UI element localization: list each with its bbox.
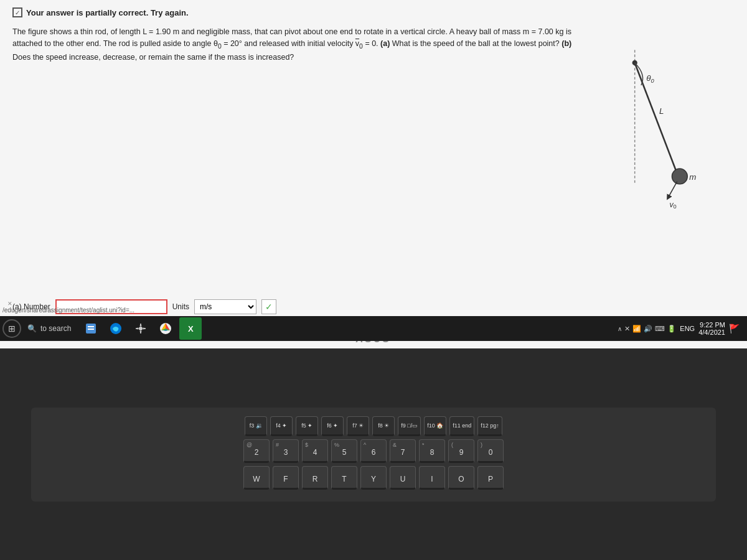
key-9[interactable]: (9 — [448, 439, 474, 463]
notification-icon: ✕ — [624, 325, 630, 333]
keyboard-bezel: f3 🔉 f4 ✦ f5 ✦ f6 ✦ f7 ☀ f8 ☀ f9 □/▭ f10… — [31, 408, 716, 502]
url-bar: /edugen/shared/assignment/test/aglist.un… — [0, 304, 374, 316]
clock-time: 9:22 PM — [698, 321, 725, 329]
svg-text:m: m — [689, 172, 696, 182]
keyboard-area: f3 🔉 f4 ✦ f5 ✦ f6 ✦ f7 ☀ f8 ☀ f9 □/▭ f10… — [0, 348, 747, 560]
key-f6[interactable]: f6 ✦ — [321, 416, 344, 436]
number-key-row: @2 #3 $4 %5 ^6 &7 *8 (9 )0 — [44, 439, 703, 463]
taskbar-right-area: ∧ ✕ 📶 🔊 ⌨ 🔋 ENG 9:22 PM 4/4/2021 🚩 — [618, 321, 745, 336]
svg-rect-10 — [88, 326, 94, 327]
taskbar-excel-icon[interactable]: X — [179, 317, 202, 340]
svg-text:v0: v0 — [669, 200, 676, 210]
partial-correct-text: Your answer is partially correct. Try ag… — [26, 8, 189, 17]
key-r[interactable]: R — [302, 466, 328, 490]
key-f8[interactable]: f8 ☀ — [372, 416, 395, 436]
search-area[interactable]: 🔍 to search — [22, 324, 76, 333]
svg-rect-11 — [88, 329, 94, 330]
sys-tray-icons: ∧ ✕ 📶 🔊 ⌨ 🔋 — [618, 325, 676, 333]
notification-button[interactable]: 🚩 — [729, 324, 740, 334]
key-t[interactable]: T — [331, 466, 357, 490]
key-y[interactable]: Y — [360, 466, 387, 490]
svg-text:θ0: θ0 — [646, 73, 654, 84]
svg-point-13 — [139, 327, 143, 330]
svg-text:L: L — [659, 106, 664, 116]
url-text: /edugen/shared/assignment/test/aglist.un… — [2, 307, 134, 314]
taskbar-pinned-icons: X — [80, 317, 202, 340]
partial-check-icon: ✓ — [12, 7, 22, 17]
qwerty-key-row: W F R T Y U I O P — [44, 466, 703, 490]
key-f11[interactable]: f11 end — [449, 416, 474, 436]
fn-key-row: f3 🔉 f4 ✦ f5 ✦ f6 ✦ f7 ☀ f8 ☀ f9 □/▭ f10… — [44, 416, 703, 436]
key-3[interactable]: #3 — [273, 439, 299, 463]
key-f[interactable]: F — [273, 466, 299, 490]
svg-line-7 — [668, 182, 677, 198]
taskbar-settings-icon[interactable] — [129, 317, 152, 340]
chevron-up-icon[interactable]: ∧ — [618, 325, 622, 332]
key-7[interactable]: &7 — [390, 439, 416, 463]
problem-line1: The figure shows a thin rod, of length L… — [12, 27, 571, 36]
key-2[interactable]: @2 — [243, 439, 270, 463]
svg-point-2 — [672, 169, 688, 184]
battery-icon: 🔋 — [667, 325, 676, 333]
key-f9[interactable]: f9 □/▭ — [398, 416, 421, 436]
problem-text: The figure shows a thin rod, of length L… — [12, 26, 573, 63]
physics-diagram: θ0 L m v0 — [548, 44, 735, 249]
webpage-content: ✓ Your answer is partially correct. Try … — [0, 0, 747, 361]
key-f4[interactable]: f4 ✦ — [270, 416, 293, 436]
key-f12[interactable]: f12 pg↑ — [477, 416, 502, 436]
key-f7[interactable]: f7 ☀ — [347, 416, 369, 436]
key-4[interactable]: $4 — [302, 439, 328, 463]
keyboard-icon: ⌨ — [655, 325, 665, 333]
key-i[interactable]: I — [419, 466, 445, 490]
key-0[interactable]: )0 — [477, 439, 504, 463]
clock-date: 4/4/2021 — [698, 329, 725, 336]
partial-correct-notice: ✓ Your answer is partially correct. Try … — [12, 7, 735, 17]
search-label: to search — [40, 324, 71, 333]
language-indicator: ENG — [680, 325, 695, 332]
taskbar-chrome-icon[interactable] — [154, 317, 177, 340]
taskbar-edge-icon[interactable] — [105, 317, 127, 340]
key-f3[interactable]: f3 🔉 — [245, 416, 267, 436]
taskbar-file-icon[interactable] — [80, 317, 102, 340]
key-5[interactable]: %5 — [331, 439, 357, 463]
network-icon: 📶 — [632, 325, 641, 333]
svg-line-1 — [635, 63, 677, 172]
search-icon: 🔍 — [27, 324, 37, 333]
taskbar: ⊞ 🔍 to search X ∧ — [0, 316, 747, 341]
key-f5[interactable]: f5 ✦ — [296, 416, 318, 436]
key-p[interactable]: P — [477, 466, 504, 490]
speaker-icon: 🔊 — [644, 325, 652, 333]
key-6[interactable]: ^6 — [360, 439, 387, 463]
system-clock[interactable]: 9:22 PM 4/4/2021 — [698, 321, 725, 336]
start-button[interactable]: ⊞ — [2, 319, 21, 338]
problem-line2: attached to the other end. The rod is pu… — [12, 39, 571, 48]
key-o[interactable]: O — [448, 466, 474, 490]
problem-line3: Does the speed increase, decrease, or re… — [12, 53, 294, 62]
key-f10[interactable]: f10 🏠 — [424, 416, 446, 436]
key-w[interactable]: W — [243, 466, 270, 490]
key-u[interactable]: U — [390, 466, 416, 490]
key-8[interactable]: *8 — [419, 439, 445, 463]
laptop-screen: ✓ Your answer is partially correct. Try … — [0, 0, 747, 361]
